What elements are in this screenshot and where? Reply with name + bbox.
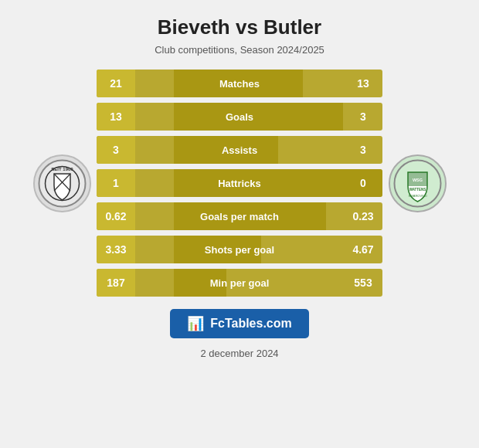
page-container: Bieveth vs Butler Club competitions, Sea… bbox=[0, 0, 479, 448]
stat-row: 1 Hattricks 0 bbox=[97, 169, 382, 197]
date-text: 2 december 2024 bbox=[200, 348, 278, 359]
stat-label: Hattricks bbox=[135, 169, 344, 197]
page-title: Bieveth vs Butler bbox=[158, 15, 321, 39]
fctables-text: FcTables.com bbox=[210, 317, 292, 331]
svg-text:SWAROVSKI: SWAROVSKI bbox=[408, 194, 426, 198]
stat-label: Matches bbox=[135, 70, 344, 97]
stat-label: Assists bbox=[135, 136, 344, 164]
svg-text:WATTENS: WATTENS bbox=[409, 188, 426, 192]
stat-left-value: 187 bbox=[97, 269, 135, 297]
left-team-badge: SEIT 1909 bbox=[33, 154, 91, 212]
stat-right-value: 13 bbox=[344, 70, 382, 97]
stat-left-value: 21 bbox=[97, 70, 135, 97]
stat-row: 187 Min per goal 553 bbox=[97, 269, 382, 297]
stat-row: 13 Goals 3 bbox=[97, 103, 382, 131]
stat-label: Goals per match bbox=[135, 202, 344, 230]
fctables-icon: 📊 bbox=[187, 315, 204, 332]
stat-row: 0.62 Goals per match 0.23 bbox=[97, 202, 382, 230]
stat-row: 3.33 Shots per goal 4.67 bbox=[97, 236, 382, 263]
stat-left-value: 3 bbox=[97, 136, 135, 164]
stat-left-value: 3.33 bbox=[97, 236, 135, 263]
fctables-badge: 📊 FcTables.com bbox=[170, 309, 309, 338]
svg-text:WSG: WSG bbox=[412, 178, 422, 182]
stats-rows: 21 Matches 13 13 Goals 3 3 bbox=[97, 70, 382, 297]
right-team-badge: WSG WATTENS SWAROVSKI bbox=[389, 154, 447, 212]
page-subtitle: Club competitions, Season 2024/2025 bbox=[155, 44, 324, 56]
right-team-logo: WSG WATTENS SWAROVSKI bbox=[382, 154, 452, 212]
stat-right-value: 3 bbox=[344, 136, 382, 164]
stat-label: Shots per goal bbox=[135, 236, 344, 263]
stat-right-value: 3 bbox=[344, 103, 382, 131]
stat-left-value: 13 bbox=[97, 103, 135, 131]
stat-right-value: 553 bbox=[344, 269, 382, 297]
left-team-logo: SEIT 1909 bbox=[27, 154, 97, 212]
stat-right-value: 0.23 bbox=[344, 202, 382, 230]
svg-text:SEIT 1909: SEIT 1909 bbox=[51, 167, 73, 171]
stat-label: Min per goal bbox=[135, 269, 344, 297]
stat-left-value: 0.62 bbox=[97, 202, 135, 230]
stat-row: 21 Matches 13 bbox=[97, 70, 382, 97]
stat-right-value: 4.67 bbox=[344, 236, 382, 263]
stat-label: Goals bbox=[135, 103, 344, 131]
stats-section: SEIT 1909 21 Matches 13 13 Goa bbox=[8, 70, 471, 297]
stat-left-value: 1 bbox=[97, 169, 135, 197]
stat-right-value: 0 bbox=[344, 169, 382, 197]
stat-row: 3 Assists 3 bbox=[97, 136, 382, 164]
